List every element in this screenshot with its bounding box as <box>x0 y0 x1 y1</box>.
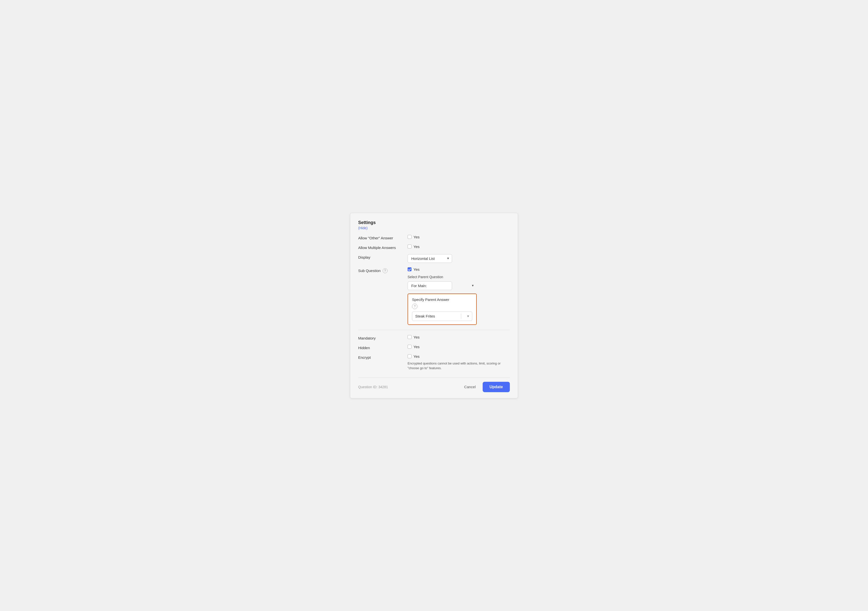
allow-other-checkbox-label[interactable]: Yes <box>408 235 419 239</box>
display-content: Horizontal List Vertical List Dropdown ▼ <box>408 254 510 263</box>
sub-question-checkbox[interactable] <box>408 267 412 271</box>
mandatory-checkbox[interactable] <box>408 335 412 339</box>
allow-multiple-label: Allow Multiple Answers <box>358 244 408 250</box>
parent-question-select-wrapper: For Main: Option 2 ▼ <box>408 281 477 290</box>
settings-panel: Settings (Hide) Allow "Other" Answer Yes… <box>350 213 518 398</box>
hidden-checkbox-label[interactable]: Yes <box>408 345 419 349</box>
allow-other-label: Allow "Other" Answer <box>358 235 408 240</box>
mandatory-content: Yes <box>408 335 510 339</box>
specify-parent-title: Specify Parent Answer <box>412 297 472 302</box>
display-label: Display <box>358 254 408 260</box>
mandatory-yes-label: Yes <box>414 335 419 339</box>
cancel-button[interactable]: Cancel <box>460 382 480 392</box>
allow-multiple-yes-label: Yes <box>414 244 419 249</box>
mandatory-row: Mandatory Yes <box>358 335 510 340</box>
parent-question-select[interactable]: For Main: Option 2 <box>408 281 452 290</box>
sub-question-yes-label: Yes <box>414 267 419 272</box>
footer-buttons: Cancel Update <box>460 382 510 392</box>
encrypt-yes-label: Yes <box>414 354 419 359</box>
sub-question-label-container: Sub Question ? <box>358 267 408 273</box>
question-id: Question ID: 34281 <box>358 385 388 389</box>
sub-question-help-icon[interactable]: ? <box>383 268 388 273</box>
allow-multiple-checkbox[interactable] <box>408 244 412 249</box>
divider <box>358 330 510 330</box>
specify-parent-select[interactable]: Steak Frites ▼ <box>412 312 472 321</box>
update-button[interactable]: Update <box>483 382 510 392</box>
sub-question-row: Sub Question ? Yes Select Parent Questio… <box>358 267 510 325</box>
hidden-checkbox[interactable] <box>408 345 412 349</box>
multiselect-divider <box>461 314 461 319</box>
allow-other-content: Yes <box>408 235 510 239</box>
hidden-yes-label: Yes <box>414 345 419 349</box>
mandatory-checkbox-label[interactable]: Yes <box>408 335 419 339</box>
allow-other-yes-label: Yes <box>414 235 419 239</box>
parent-question-arrow-icon: ▼ <box>471 284 474 287</box>
encrypt-content: Yes Encrypted questions cannot be used w… <box>408 354 510 371</box>
allow-multiple-row: Allow Multiple Answers Yes <box>358 244 510 250</box>
sub-question-label: Sub Question <box>358 269 381 273</box>
panel-title: Settings <box>358 220 510 225</box>
allow-other-checkbox[interactable] <box>408 235 412 239</box>
footer: Question ID: 34281 Cancel Update <box>358 378 510 392</box>
specify-parent-arrow-icon: ▼ <box>467 314 470 318</box>
specify-parent-help-icon[interactable]: ? <box>412 304 417 309</box>
display-select[interactable]: Horizontal List Vertical List Dropdown <box>408 254 452 263</box>
hide-link[interactable]: (Hide) <box>358 226 367 230</box>
display-select-wrapper: Horizontal List Vertical List Dropdown ▼ <box>408 254 452 263</box>
encrypt-checkbox[interactable] <box>408 354 412 358</box>
specify-parent-answer-box: Specify Parent Answer ? Steak Frites ▼ <box>408 294 477 325</box>
hidden-label: Hidden <box>358 345 408 350</box>
specify-parent-value: Steak Frites <box>415 314 435 318</box>
sub-question-checkbox-label[interactable]: Yes <box>408 267 477 272</box>
allow-multiple-content: Yes <box>408 244 510 249</box>
encrypt-checkbox-label[interactable]: Yes <box>408 354 510 359</box>
display-row: Display Horizontal List Vertical List Dr… <box>358 254 510 263</box>
encrypt-row: Encrypt Yes Encrypted questions cannot b… <box>358 354 510 371</box>
encrypt-label: Encrypt <box>358 354 408 359</box>
allow-multiple-checkbox-label[interactable]: Yes <box>408 244 419 249</box>
hidden-row: Hidden Yes <box>358 345 510 350</box>
mandatory-label: Mandatory <box>358 335 408 340</box>
sub-question-content: Yes Select Parent Question For Main: Opt… <box>408 267 477 325</box>
encrypt-note: Encrypted questions cannot be used with … <box>408 361 510 371</box>
select-parent-label: Select Parent Question <box>408 275 477 279</box>
hidden-content: Yes <box>408 345 510 349</box>
allow-other-row: Allow "Other" Answer Yes <box>358 235 510 240</box>
